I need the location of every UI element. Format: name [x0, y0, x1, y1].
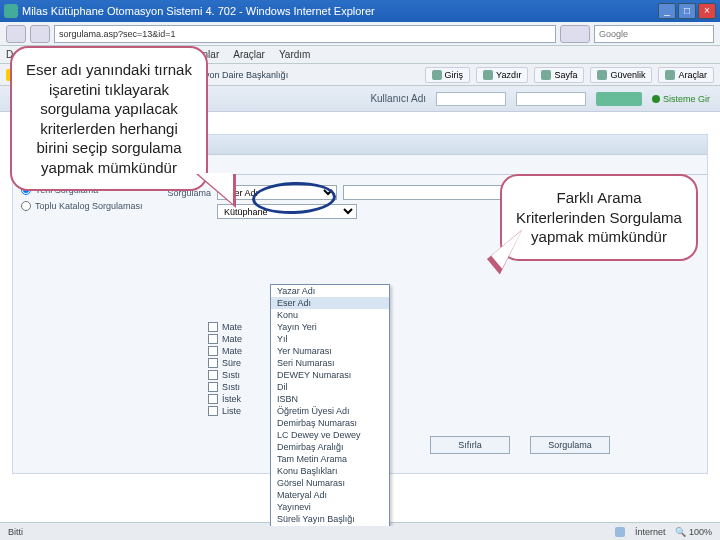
- dropdown-item[interactable]: Materyal Adı: [271, 489, 389, 501]
- go-button[interactable]: [560, 25, 590, 43]
- checkbox-icon[interactable]: [208, 406, 218, 416]
- dropdown-item[interactable]: Yayınevi: [271, 501, 389, 513]
- gear-icon: [665, 70, 675, 80]
- window-title: Milas Kütüphane Otomasyon Sistemi 4. 702…: [22, 5, 375, 17]
- window-titlebar: Milas Kütüphane Otomasyon Sistemi 4. 702…: [0, 0, 720, 22]
- checkbox-icon[interactable]: [208, 394, 218, 404]
- checkbox-icon[interactable]: [208, 370, 218, 380]
- tool-home[interactable]: Giriş: [425, 67, 471, 83]
- criteria-row[interactable]: Süre: [208, 358, 242, 368]
- criteria-row[interactable]: Mate: [208, 334, 242, 344]
- forward-button[interactable]: [30, 25, 50, 43]
- criteria-row[interactable]: Sıstı: [208, 382, 242, 392]
- dropdown-item[interactable]: ISBN: [271, 393, 389, 405]
- zone-text: İnternet: [635, 527, 666, 537]
- page-icon: [541, 70, 551, 80]
- tool-print[interactable]: Yazdır: [476, 67, 528, 83]
- criteria-row[interactable]: Sıstı: [208, 370, 242, 380]
- browser-navbar: [0, 22, 720, 46]
- tool-tools[interactable]: Araçlar: [658, 67, 714, 83]
- checkbox-icon[interactable]: [208, 322, 218, 332]
- status-text: Bitti: [8, 527, 23, 537]
- dropdown-item[interactable]: Dil: [271, 381, 389, 393]
- dropdown-item[interactable]: Yazar Adı: [271, 285, 389, 297]
- password-input[interactable]: [516, 92, 586, 106]
- left-options: Yeni Sorgulama Toplu Katalog Sorgulaması: [13, 175, 153, 473]
- dropdown-item[interactable]: Konu Başlıkları: [271, 465, 389, 477]
- dropdown-item[interactable]: LC Dewey ve Dewey: [271, 429, 389, 441]
- checkbox-icon[interactable]: [208, 358, 218, 368]
- dropdown-item[interactable]: Eser Adı: [271, 297, 389, 309]
- criteria-row[interactable]: Mate: [208, 346, 242, 356]
- address-bar[interactable]: [54, 25, 556, 43]
- callout-left: Eser adı yanındaki tırnak işaretini tıkl…: [10, 46, 208, 191]
- tool-safety[interactable]: Güvenlik: [590, 67, 652, 83]
- username-input[interactable]: [436, 92, 506, 106]
- criteria-dropdown[interactable]: Yazar AdıEser AdıKonuYayın YeriYılYer Nu…: [270, 284, 390, 526]
- dropdown-item[interactable]: Konu: [271, 309, 389, 321]
- reset-button[interactable]: Sıfırla: [430, 436, 510, 454]
- ie-icon: [4, 4, 18, 18]
- dropdown-item[interactable]: Süreli Yayın Başlığı: [271, 513, 389, 525]
- username-label: Kullanıcı Adı: [370, 93, 426, 104]
- tool-page[interactable]: Sayfa: [534, 67, 584, 83]
- login-dot-icon: [652, 95, 660, 103]
- dropdown-item[interactable]: Öğretim Üyesi Adı: [271, 405, 389, 417]
- print-icon: [483, 70, 493, 80]
- checkbox-icon[interactable]: [208, 382, 218, 392]
- shield-icon: [597, 70, 607, 80]
- dropdown-item[interactable]: Görsel Numarası: [271, 477, 389, 489]
- dropdown-item[interactable]: Yayın Yeri: [271, 321, 389, 333]
- maximize-button[interactable]: □: [678, 3, 696, 19]
- search-input[interactable]: [343, 185, 513, 200]
- dropdown-item[interactable]: Yer Numarası: [271, 345, 389, 357]
- criteria-column: MateMateMateSüreSıstıSıstıİstekListe: [208, 322, 242, 418]
- criteria-row[interactable]: İstek: [208, 394, 242, 404]
- minimize-button[interactable]: _: [658, 3, 676, 19]
- dropdown-item[interactable]: Tam Metin Arama: [271, 453, 389, 465]
- internet-icon: [615, 527, 625, 537]
- browser-search[interactable]: [594, 25, 714, 43]
- login-link[interactable]: Sisteme Gir: [652, 94, 710, 104]
- opt-toplu[interactable]: Toplu Katalog Sorgulaması: [21, 201, 145, 211]
- dropdown-item[interactable]: Seri Numarası: [271, 357, 389, 369]
- dropdown-item[interactable]: Yıl: [271, 333, 389, 345]
- home-icon: [432, 70, 442, 80]
- checkbox-icon[interactable]: [208, 346, 218, 356]
- criteria-row[interactable]: Mate: [208, 322, 242, 332]
- milas-logo: [596, 92, 642, 106]
- criteria-row[interactable]: Liste: [208, 406, 242, 416]
- close-button[interactable]: ×: [698, 3, 716, 19]
- menu-yardim[interactable]: Yardım: [279, 49, 311, 60]
- zoom-level[interactable]: 🔍 100%: [675, 527, 712, 537]
- menu-araclar[interactable]: Araçlar: [233, 49, 265, 60]
- dropdown-item[interactable]: DEWEY Numarası: [271, 369, 389, 381]
- search-button[interactable]: Sorgulama: [530, 436, 610, 454]
- checkbox-icon[interactable]: [208, 334, 218, 344]
- dropdown-item[interactable]: Dergi Künye Bilgisi: [271, 525, 389, 526]
- back-button[interactable]: [6, 25, 26, 43]
- dropdown-item[interactable]: Demirbaş Aralığı: [271, 441, 389, 453]
- dropdown-item[interactable]: Demirbaş Numarası: [271, 417, 389, 429]
